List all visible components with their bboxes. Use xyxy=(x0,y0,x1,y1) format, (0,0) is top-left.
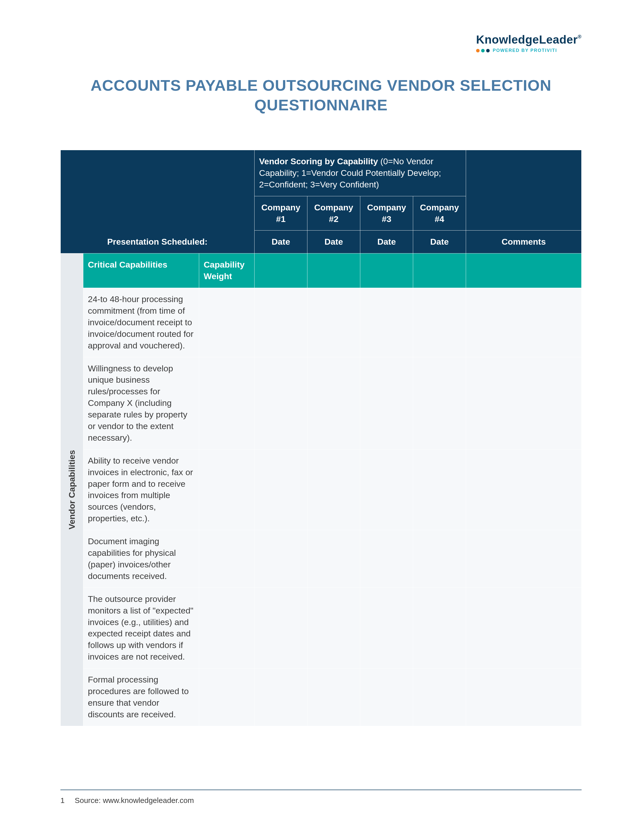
score-cell xyxy=(413,530,466,588)
dot-icon xyxy=(481,49,485,52)
col-capabilities-header: Critical Capabilities xyxy=(83,253,199,288)
capability-text: Document imaging capabilities for physic… xyxy=(83,530,199,588)
footer-source: Source: www.knowledgeleader.com xyxy=(75,796,194,805)
brand-name: KnowledgeLeader® xyxy=(476,33,582,46)
score-cell xyxy=(307,288,360,357)
score-cell xyxy=(413,588,466,668)
comment-cell xyxy=(466,588,582,668)
company-4-date: Date xyxy=(413,231,466,253)
score-cell xyxy=(360,449,413,530)
company-2-date: Date xyxy=(307,231,360,253)
scoring-label: Vendor Scoring by Capability xyxy=(259,156,378,166)
teal-blank xyxy=(360,253,413,288)
questionnaire-table: Vendor Scoring by Capability (0=No Vendo… xyxy=(60,150,582,726)
capability-text: Ability to receive vendor invoices in el… xyxy=(83,449,199,530)
dot-icon xyxy=(486,49,490,52)
weight-cell xyxy=(199,357,255,449)
table-row: Formal processing procedures are followe… xyxy=(61,668,582,726)
capability-text: Formal processing procedures are followe… xyxy=(83,668,199,726)
weight-cell xyxy=(199,668,255,726)
score-cell xyxy=(307,449,360,530)
page-number: 1 xyxy=(60,796,65,805)
weight-cell xyxy=(199,449,255,530)
score-cell xyxy=(413,668,466,726)
brand-tagline: POWERED BY PROTIVITI xyxy=(493,48,557,53)
col-weight-header: Capability Weight xyxy=(199,253,255,288)
capability-text: 24-to 48-hour processing commitment (fro… xyxy=(83,288,199,357)
score-cell xyxy=(413,449,466,530)
comments-header: Comments xyxy=(466,231,582,253)
score-cell xyxy=(307,530,360,588)
weight-cell xyxy=(199,530,255,588)
company-3-date: Date xyxy=(360,231,413,253)
table-row: Willingness to develop unique business r… xyxy=(61,357,582,449)
header-row-scoring: Vendor Scoring by Capability (0=No Vendo… xyxy=(61,150,582,196)
score-cell xyxy=(307,668,360,726)
capability-text: The outsource provider monitors a list o… xyxy=(83,588,199,668)
teal-blank xyxy=(466,253,582,288)
company-1-header: Company #1 xyxy=(255,196,307,231)
comment-cell xyxy=(466,449,582,530)
presentation-scheduled-label: Presentation Scheduled: xyxy=(60,237,254,247)
weight-cell xyxy=(199,288,255,357)
section-header-row: Vendor Capabilities Critical Capabilitie… xyxy=(61,253,582,288)
teal-blank xyxy=(307,253,360,288)
score-cell xyxy=(307,588,360,668)
brand-reg: ® xyxy=(578,34,582,39)
table-row: Ability to receive vendor invoices in el… xyxy=(61,449,582,530)
score-cell xyxy=(255,449,307,530)
header-blank-right xyxy=(466,150,582,231)
brand-name-text: KnowledgeLeader xyxy=(476,33,578,46)
score-cell xyxy=(413,357,466,449)
dot-icon xyxy=(476,49,480,52)
brand-block: KnowledgeLeader® POWERED BY PROTIVITI xyxy=(476,33,582,53)
page-title: ACCOUNTS PAYABLE OUTSOURCING VENDOR SELE… xyxy=(60,76,582,115)
comment-cell xyxy=(466,357,582,449)
comment-cell xyxy=(466,668,582,726)
table-row: Document imaging capabilities for physic… xyxy=(61,530,582,588)
score-cell xyxy=(255,530,307,588)
score-cell xyxy=(255,288,307,357)
scoring-header: Vendor Scoring by Capability (0=No Vendo… xyxy=(255,150,466,196)
sidebar-label: Vendor Capabilities xyxy=(66,450,78,530)
weight-cell xyxy=(199,588,255,668)
company-2-header: Company #2 xyxy=(307,196,360,231)
company-1-date: Date xyxy=(255,231,307,253)
page-footer: 1 Source: www.knowledgeleader.com xyxy=(60,790,582,805)
score-cell xyxy=(255,357,307,449)
score-cell xyxy=(360,668,413,726)
brand-subline: POWERED BY PROTIVITI xyxy=(476,48,582,53)
score-cell xyxy=(413,288,466,357)
teal-blank xyxy=(255,253,307,288)
score-cell xyxy=(360,288,413,357)
company-4-header: Company #4 xyxy=(413,196,466,231)
score-cell xyxy=(255,588,307,668)
score-cell xyxy=(360,588,413,668)
score-cell xyxy=(255,668,307,726)
sidebar-vendor-capabilities: Vendor Capabilities xyxy=(61,253,83,726)
table-row: 24-to 48-hour processing commitment (fro… xyxy=(61,288,582,357)
brand-dots xyxy=(476,49,490,52)
comment-cell xyxy=(466,530,582,588)
capability-text: Willingness to develop unique business r… xyxy=(83,357,199,449)
comment-cell xyxy=(466,288,582,357)
score-cell xyxy=(360,530,413,588)
score-cell xyxy=(307,357,360,449)
score-cell xyxy=(360,357,413,449)
company-3-header: Company #3 xyxy=(360,196,413,231)
teal-blank xyxy=(413,253,466,288)
table-row: The outsource provider monitors a list o… xyxy=(61,588,582,668)
